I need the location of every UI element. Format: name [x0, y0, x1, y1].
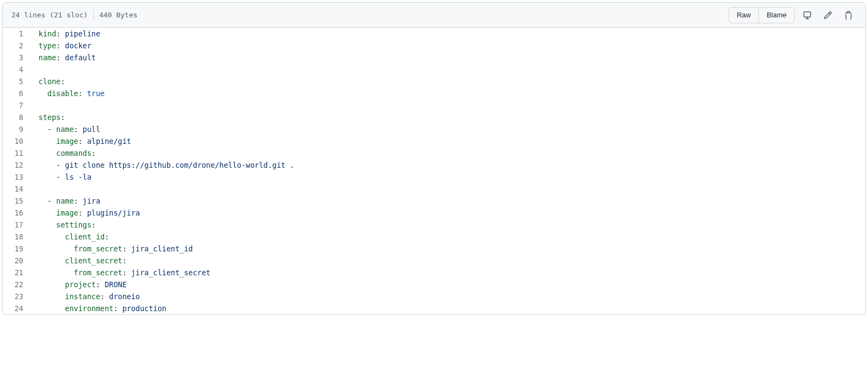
- line-code: disable: true: [30, 87, 865, 99]
- code-line: 13 - ls -la: [3, 171, 865, 183]
- line-code: from_secret: jira_client_id: [30, 243, 865, 255]
- line-code: - name: pull: [30, 123, 865, 135]
- line-number[interactable]: 21: [3, 267, 30, 279]
- code-line: 14: [3, 183, 865, 195]
- line-number[interactable]: 11: [3, 147, 30, 159]
- line-number[interactable]: 7: [3, 99, 30, 111]
- line-number[interactable]: 8: [3, 111, 30, 123]
- device-desktop-icon: [803, 11, 812, 20]
- line-code: [30, 99, 865, 111]
- code-line: 6 disable: true: [3, 87, 865, 99]
- line-code: [30, 183, 865, 195]
- line-number[interactable]: 2: [3, 40, 30, 52]
- file-view: 24 lines (21 sloc) 440 Bytes Raw Blame 1…: [2, 2, 866, 315]
- line-code: commands:: [30, 147, 865, 159]
- code-line: 10 image: alpine/git: [3, 135, 865, 147]
- code-line: 23 instance: droneio: [3, 290, 865, 302]
- blame-button[interactable]: Blame: [759, 7, 795, 23]
- file-info-size: 440 Bytes: [99, 11, 137, 19]
- code-line: 21 from_secret: jira_client_secret: [3, 267, 865, 279]
- edit-button[interactable]: [820, 7, 836, 23]
- line-code: environment: production: [30, 302, 865, 314]
- code-table: 1kind: pipeline2type: docker3name: defau…: [3, 28, 865, 314]
- line-code: steps:: [30, 111, 865, 123]
- code-line: 16 image: plugins/jira: [3, 207, 865, 219]
- line-number[interactable]: 16: [3, 207, 30, 219]
- line-code: client_secret:: [30, 255, 865, 267]
- code-line: 5clone:: [3, 75, 865, 87]
- line-number[interactable]: 3: [3, 52, 30, 64]
- code-line: 1kind: pipeline: [3, 28, 865, 40]
- line-code: name: default: [30, 52, 865, 64]
- line-number[interactable]: 23: [3, 290, 30, 302]
- code-line: 24 environment: production: [3, 302, 865, 314]
- view-mode-buttons: Raw Blame: [729, 7, 795, 23]
- line-number[interactable]: 9: [3, 123, 30, 135]
- line-number[interactable]: 15: [3, 195, 30, 207]
- line-code: image: alpine/git: [30, 135, 865, 147]
- code-line: 20 client_secret:: [3, 255, 865, 267]
- line-number[interactable]: 20: [3, 255, 30, 267]
- code-line: 8steps:: [3, 111, 865, 123]
- line-code: image: plugins/jira: [30, 207, 865, 219]
- code-line: 9 - name: pull: [3, 123, 865, 135]
- line-code: from_secret: jira_client_secret: [30, 267, 865, 279]
- line-code: instance: droneio: [30, 290, 865, 302]
- code-line: 18 client_id:: [3, 231, 865, 243]
- code-line: 2type: docker: [3, 40, 865, 52]
- line-code: - name: jira: [30, 195, 865, 207]
- desktop-icon[interactable]: [799, 7, 815, 23]
- line-code: project: DRONE: [30, 279, 865, 290]
- line-number[interactable]: 17: [3, 219, 30, 231]
- code-blob: 1kind: pipeline2type: docker3name: defau…: [3, 28, 865, 314]
- line-number[interactable]: 19: [3, 243, 30, 255]
- line-number[interactable]: 5: [3, 75, 30, 87]
- line-code: kind: pipeline: [30, 28, 865, 40]
- line-code: clone:: [30, 75, 865, 87]
- line-code: - ls -la: [30, 171, 865, 183]
- line-code: - git clone https://github.com/drone/hel…: [30, 159, 865, 171]
- line-code: client_id:: [30, 231, 865, 243]
- file-info-lines: 24 lines (21 sloc): [11, 11, 88, 19]
- line-number[interactable]: 14: [3, 183, 30, 195]
- code-line: 3name: default: [3, 52, 865, 64]
- code-line: 4: [3, 64, 865, 75]
- code-line: 22 project: DRONE: [3, 279, 865, 290]
- line-code: type: docker: [30, 40, 865, 52]
- code-line: 17 settings:: [3, 219, 865, 231]
- trash-icon: [844, 11, 853, 20]
- line-number[interactable]: 10: [3, 135, 30, 147]
- file-header: 24 lines (21 sloc) 440 Bytes Raw Blame: [3, 3, 865, 28]
- code-line: 15 - name: jira: [3, 195, 865, 207]
- delete-button[interactable]: [840, 7, 857, 23]
- code-line: 11 commands:: [3, 147, 865, 159]
- line-number[interactable]: 6: [3, 87, 30, 99]
- file-info: 24 lines (21 sloc) 440 Bytes: [11, 10, 137, 21]
- pencil-icon: [824, 11, 832, 20]
- line-number[interactable]: 4: [3, 64, 30, 75]
- line-number[interactable]: 18: [3, 231, 30, 243]
- line-number[interactable]: 24: [3, 302, 30, 314]
- code-line: 12 - git clone https://github.com/drone/…: [3, 159, 865, 171]
- line-code: [30, 64, 865, 75]
- divider: [93, 10, 94, 21]
- raw-button[interactable]: Raw: [729, 7, 759, 23]
- line-number[interactable]: 22: [3, 279, 30, 290]
- line-code: settings:: [30, 219, 865, 231]
- line-number[interactable]: 1: [3, 28, 30, 40]
- code-line: 7: [3, 99, 865, 111]
- file-actions: Raw Blame: [729, 7, 857, 23]
- line-number[interactable]: 12: [3, 159, 30, 171]
- line-number[interactable]: 13: [3, 171, 30, 183]
- code-line: 19 from_secret: jira_client_id: [3, 243, 865, 255]
